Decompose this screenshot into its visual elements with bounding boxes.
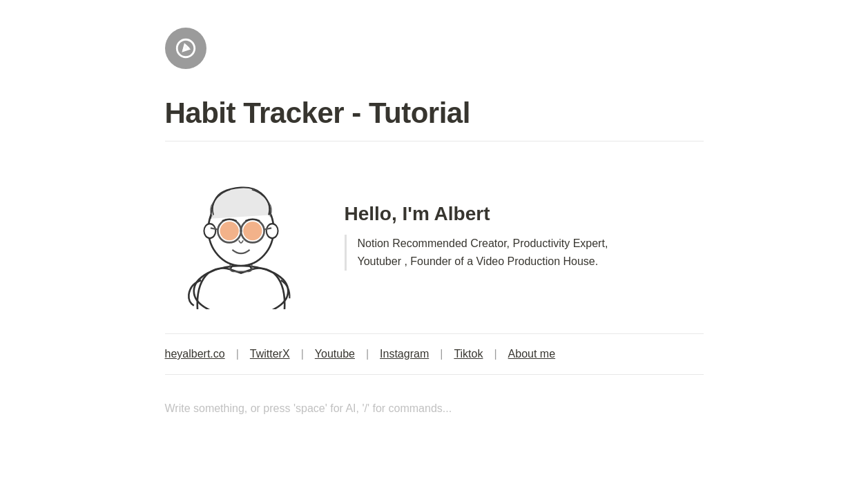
bio-line1: Notion Recommended Creator, Productivity… (358, 237, 608, 249)
separator-4: | (440, 348, 443, 360)
profile-bio: Notion Recommended Creator, Productivity… (358, 235, 704, 270)
avatar-illustration (168, 164, 314, 309)
profile-name: Hello, I'm Albert (345, 203, 704, 225)
bio-line2: Youtuber , Founder of a Video Production… (358, 255, 599, 267)
link-tiktok[interactable]: Tiktok (454, 347, 483, 362)
logo-area (165, 28, 704, 69)
svg-point-13 (243, 222, 262, 240)
link-aboutme[interactable]: About me (508, 347, 555, 362)
separator-5: | (494, 348, 496, 360)
write-placeholder[interactable]: Write something, or press 'space' for AI… (165, 402, 704, 415)
profile-info: Hello, I'm Albert Notion Recommended Cre… (345, 203, 704, 270)
svg-point-6 (266, 224, 278, 238)
separator-1: | (236, 348, 239, 360)
compass-icon (165, 28, 206, 69)
svg-point-12 (220, 222, 238, 240)
separator-3: | (366, 348, 369, 360)
avatar-container (165, 161, 317, 313)
svg-point-5 (204, 224, 215, 238)
profile-quote-bar: Notion Recommended Creator, Productivity… (345, 235, 704, 270)
separator-2: | (301, 348, 304, 360)
compass-svg (174, 37, 197, 60)
link-youtube[interactable]: Youtube (315, 347, 355, 362)
link-instagram[interactable]: Instagram (380, 347, 429, 362)
page-title: Habit Tracker - Tutorial (165, 97, 704, 130)
profile-card: Hello, I'm Albert Notion Recommended Cre… (165, 161, 704, 313)
link-heyalbert[interactable]: heyalbert.co (165, 347, 225, 362)
title-divider (165, 141, 704, 141)
links-section: heyalbert.co | TwitterX | Youtube | Inst… (165, 333, 704, 375)
page-container: Habit Tracker - Tutorial (124, 0, 745, 442)
link-twitterx[interactable]: TwitterX (250, 347, 290, 362)
